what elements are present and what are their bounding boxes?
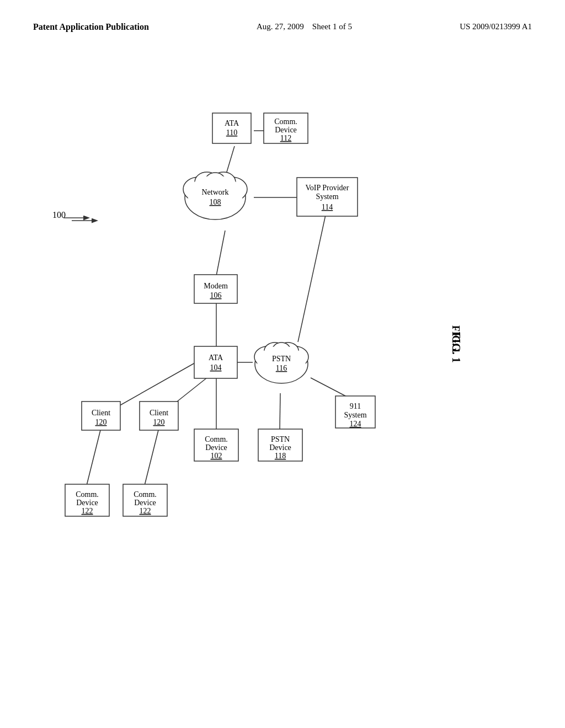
svg-text:118: 118 (275, 452, 286, 460)
svg-text:PSTN: PSTN (271, 435, 290, 443)
svg-line-10 (280, 393, 280, 430)
svg-line-3 (216, 231, 225, 276)
sheet-info: Sheet 1 of 5 (312, 22, 352, 31)
publication-title: Patent Application Publication (33, 22, 149, 32)
svg-text:116: 116 (276, 364, 287, 372)
svg-text:Client: Client (150, 409, 168, 417)
svg-text:114: 114 (322, 203, 333, 211)
svg-text:Client: Client (92, 409, 110, 417)
pub-date: Aug. 27, 2009 (257, 22, 304, 31)
svg-text:Device: Device (205, 443, 227, 452)
svg-text:Device: Device (269, 443, 291, 452)
svg-text:Device: Device (76, 499, 98, 507)
svg-text:112: 112 (280, 134, 291, 142)
svg-text:108: 108 (210, 198, 221, 206)
svg-line-11 (311, 378, 348, 397)
svg-text:106: 106 (210, 291, 222, 299)
svg-text:System: System (344, 411, 366, 419)
svg-text:122: 122 (82, 507, 93, 515)
svg-text:ATA: ATA (225, 119, 239, 127)
svg-text:FIG. 1: FIG. 1 (450, 332, 462, 363)
svg-text:Device: Device (134, 499, 156, 507)
svg-text:Network: Network (202, 188, 229, 196)
svg-line-12 (87, 430, 100, 485)
svg-line-13 (145, 430, 158, 485)
svg-text:911: 911 (350, 402, 361, 410)
publication-date-sheet: Aug. 27, 2009 Sheet 1 of 5 (257, 22, 352, 31)
svg-text:VoIP Provider: VoIP Provider (306, 184, 349, 192)
svg-text:System: System (316, 192, 338, 201)
svg-text:Device: Device (275, 126, 297, 134)
svg-text:120: 120 (95, 418, 107, 426)
page-header: Patent Application Publication Aug. 27, … (0, 0, 565, 32)
svg-text:110: 110 (226, 129, 237, 137)
svg-rect-39 (194, 346, 237, 378)
patent-diagram: ATA 110 Comm. Device 112 VoIP Provider S… (0, 72, 565, 678)
svg-text:PSTN: PSTN (272, 355, 291, 363)
svg-text:124: 124 (350, 420, 361, 428)
publication-number: US 2009/0213999 A1 (460, 22, 532, 31)
svg-text:120: 120 (153, 418, 165, 426)
svg-text:Comm.: Comm. (274, 117, 297, 126)
svg-line-0 (226, 146, 234, 174)
svg-text:122: 122 (140, 507, 151, 515)
svg-text:102: 102 (211, 452, 222, 460)
svg-text:Comm.: Comm. (134, 490, 157, 499)
svg-text:ATA: ATA (209, 354, 223, 362)
svg-text:104: 104 (210, 363, 222, 372)
svg-text:Comm.: Comm. (205, 435, 228, 443)
svg-line-4 (298, 215, 326, 342)
svg-text:Modem: Modem (204, 282, 228, 290)
svg-text:Comm.: Comm. (76, 490, 99, 499)
